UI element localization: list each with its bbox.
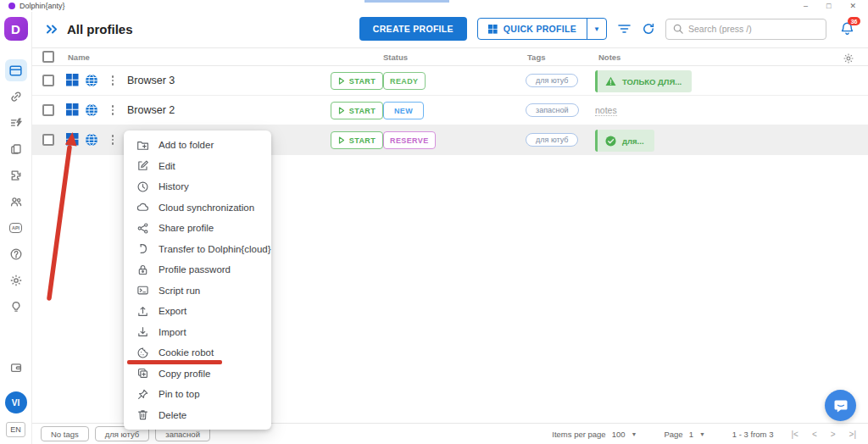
notifications-button[interactable]: 36 bbox=[840, 21, 854, 36]
tag-pill[interactable]: для ютуб bbox=[526, 133, 578, 147]
row-checkbox[interactable] bbox=[42, 104, 54, 116]
tag-filter-no-tags[interactable]: No tags bbox=[41, 426, 89, 441]
menu-item-share-profile[interactable]: Share profile bbox=[124, 218, 271, 239]
import-icon bbox=[136, 325, 149, 339]
window-title: Dolphin{anty} bbox=[19, 2, 65, 10]
browser-globe-icon bbox=[85, 74, 98, 87]
sidebar-item-automation[interactable] bbox=[5, 112, 27, 134]
profile-name: Browser 3 bbox=[127, 75, 175, 86]
menu-item-transfer-dolphin-cloud[interactable]: Transfer to Dolphin{cloud} bbox=[124, 239, 271, 260]
sidebar-item-profiles[interactable] bbox=[5, 59, 27, 81]
page-value[interactable]: 1 bbox=[689, 430, 693, 439]
table-header: Name Status Tags Notes bbox=[32, 47, 868, 66]
menu-item-add-to-folder[interactable]: Add to folder bbox=[124, 135, 271, 156]
filter-icon[interactable] bbox=[617, 23, 632, 35]
notification-badge: 36 bbox=[848, 17, 860, 25]
column-notes[interactable]: Notes bbox=[598, 53, 620, 62]
quick-profile-button[interactable]: QUICK PROFILE bbox=[478, 19, 587, 39]
page-caret-icon[interactable]: ▼ bbox=[699, 431, 705, 437]
start-button[interactable]: START bbox=[331, 102, 383, 119]
menu-item-delete[interactable]: Delete bbox=[124, 405, 271, 426]
refresh-icon[interactable] bbox=[642, 22, 655, 36]
play-icon bbox=[338, 136, 345, 144]
support-chat-button[interactable] bbox=[825, 390, 856, 421]
table-row[interactable]: Browser 2 START NEW запасной notes bbox=[32, 96, 868, 125]
export-icon bbox=[136, 304, 149, 318]
minimize-button[interactable]: – bbox=[804, 2, 808, 10]
table-row[interactable]: Browser 3 START READY для ютуб только дл… bbox=[32, 66, 868, 96]
terminal-icon bbox=[136, 284, 149, 297]
menu-item-history[interactable]: History bbox=[124, 176, 271, 197]
browser-globe-icon bbox=[85, 133, 98, 147]
tag-pill[interactable]: запасной bbox=[526, 103, 579, 117]
first-page-button[interactable]: |< bbox=[791, 430, 798, 439]
menu-item-import[interactable]: Import bbox=[124, 322, 271, 343]
range-text: 1 - 3 from 3 bbox=[732, 430, 774, 439]
wallet-icon bbox=[9, 361, 23, 375]
column-name[interactable]: Name bbox=[68, 53, 90, 62]
column-tags[interactable]: Tags bbox=[527, 53, 545, 62]
sidebar-item-help[interactable] bbox=[5, 243, 27, 265]
search-box bbox=[665, 19, 826, 40]
language-button[interactable]: EN bbox=[6, 422, 25, 437]
browser-globe-icon bbox=[85, 103, 98, 117]
items-per-page-value[interactable]: 100 bbox=[612, 430, 626, 439]
sidebar-item-wallet[interactable] bbox=[5, 357, 27, 379]
note-badge[interactable]: только для... bbox=[595, 70, 692, 92]
quick-profile-dropdown[interactable]: ▼ bbox=[587, 19, 606, 39]
row-checkbox[interactable] bbox=[42, 134, 54, 146]
status-badge: READY bbox=[383, 72, 426, 90]
menu-item-profile-password[interactable]: Profile password bbox=[124, 259, 271, 280]
start-button[interactable]: START bbox=[331, 131, 383, 149]
share-icon bbox=[136, 221, 149, 235]
sidebar-item-team[interactable] bbox=[5, 191, 27, 213]
sidebar-item-ideas[interactable] bbox=[5, 296, 27, 318]
cookie-icon bbox=[136, 346, 149, 359]
menu-item-script-run[interactable]: Script run bbox=[124, 280, 271, 302]
maximize-button[interactable]: □ bbox=[826, 2, 831, 10]
last-page-button[interactable]: >| bbox=[849, 430, 856, 439]
sidebar-item-pages[interactable] bbox=[5, 138, 27, 160]
start-button[interactable]: START bbox=[331, 72, 383, 90]
avatar[interactable]: VI bbox=[5, 391, 27, 413]
sidebar-item-api[interactable]: API bbox=[5, 217, 27, 239]
pin-icon bbox=[136, 387, 149, 401]
close-button[interactable]: ✕ bbox=[849, 2, 856, 10]
collapse-sidebar-icon[interactable] bbox=[46, 24, 58, 35]
next-page-button[interactable]: > bbox=[831, 430, 836, 439]
warning-icon bbox=[605, 76, 616, 86]
profile-name: Browser 2 bbox=[127, 104, 175, 116]
titlebar-highlight bbox=[364, 0, 449, 3]
items-per-page-caret-icon[interactable]: ▼ bbox=[632, 431, 637, 437]
dolphin-logo[interactable]: D bbox=[4, 17, 28, 41]
create-profile-button[interactable]: CREATE PROFILE bbox=[359, 17, 467, 41]
api-icon: API bbox=[9, 223, 22, 233]
play-icon bbox=[338, 77, 345, 85]
lock-icon bbox=[136, 263, 149, 276]
cloud-icon bbox=[136, 201, 149, 214]
note-badge[interactable]: для... bbox=[595, 130, 654, 152]
sidebar-item-settings[interactable] bbox=[5, 269, 27, 291]
row-checkbox[interactable] bbox=[42, 75, 54, 86]
menu-item-pin-to-top[interactable]: Pin to top bbox=[124, 384, 271, 405]
browser-profiles-icon bbox=[8, 64, 23, 78]
table-settings-gear-icon[interactable] bbox=[843, 53, 854, 64]
column-status[interactable]: Status bbox=[383, 53, 408, 62]
select-all-checkbox[interactable] bbox=[42, 51, 54, 63]
note-text[interactable]: notes bbox=[595, 105, 617, 116]
sidebar-item-extensions[interactable] bbox=[5, 164, 27, 186]
row-menu-button[interactable] bbox=[107, 132, 119, 147]
menu-item-edit[interactable]: Edit bbox=[124, 156, 271, 177]
prev-page-button[interactable]: < bbox=[812, 430, 817, 439]
sidebar-item-proxy[interactable] bbox=[5, 86, 27, 108]
menu-item-cloud-sync[interactable]: Cloud synchronization bbox=[124, 197, 271, 219]
row-menu-button[interactable] bbox=[107, 103, 119, 118]
search-input[interactable] bbox=[688, 24, 819, 34]
tag-pill[interactable]: для ютуб bbox=[526, 74, 578, 87]
windows-icon bbox=[66, 74, 79, 86]
puzzle-icon bbox=[9, 169, 23, 182]
menu-item-export[interactable]: Export bbox=[124, 301, 271, 322]
gear-icon bbox=[843, 53, 854, 64]
row-menu-button[interactable] bbox=[107, 73, 119, 88]
menu-item-copy-profile[interactable]: Copy profile bbox=[124, 364, 271, 385]
